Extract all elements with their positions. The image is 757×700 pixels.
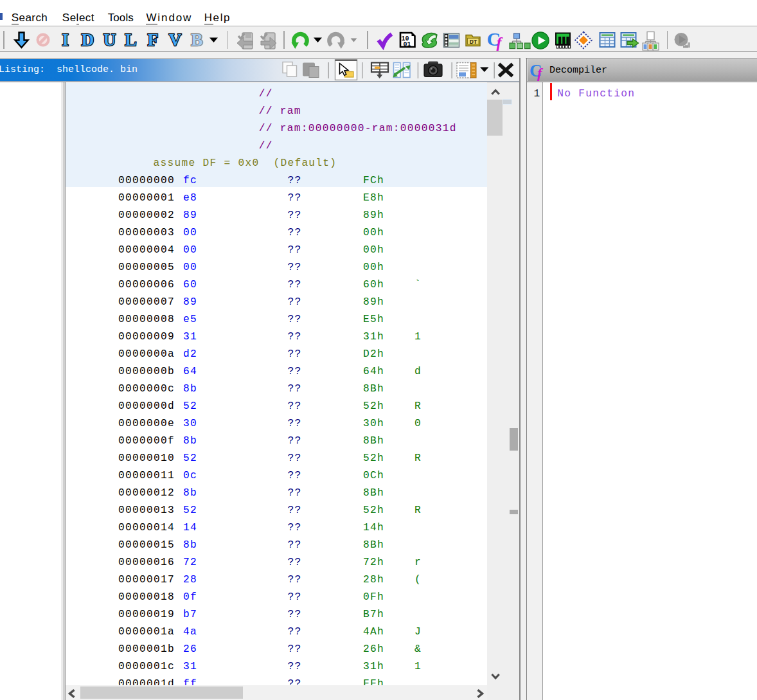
- svg-text:L: L: [125, 30, 136, 49]
- svg-text:f: f: [497, 34, 503, 51]
- svg-text:U: U: [103, 30, 116, 49]
- svg-text:B: B: [191, 30, 202, 49]
- svg-text:V: V: [169, 30, 182, 49]
- svg-text:01: 01: [403, 41, 411, 48]
- svg-text:I: I: [62, 30, 69, 49]
- svg-text:F: F: [148, 30, 159, 49]
- svg-text:D: D: [82, 30, 94, 49]
- svg-text:f: f: [537, 65, 544, 81]
- svg-text:DT: DT: [470, 39, 477, 45]
